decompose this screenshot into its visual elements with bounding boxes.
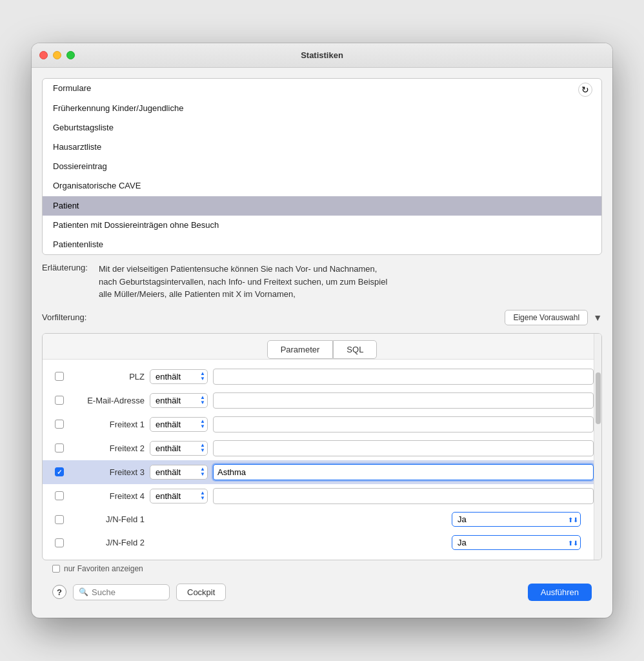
explanation-label: Erläuterung:: [42, 263, 94, 272]
filter-icon[interactable]: ▼: [593, 312, 602, 323]
checkbox-freitext4[interactable]: [55, 491, 64, 500]
full-select-wrapper-jnfeld1: Ja⬆⬇: [452, 512, 581, 527]
tab-parameter[interactable]: Parameter: [267, 340, 334, 359]
minimize-button[interactable]: [53, 51, 61, 59]
checkbox-cell-jnfeld1: [50, 515, 68, 524]
form-row-plz: PLZenthält▲▼: [43, 365, 601, 389]
checkbox-cell-freitext4: [50, 491, 68, 500]
form-content: PLZenthält▲▼E-Mail-Adresseenthält▲▼Freit…: [43, 360, 601, 560]
list-item[interactable]: Formulare: [43, 79, 601, 98]
list-item[interactable]: Patienten mit Dossiereinträgen ohne Besu…: [43, 216, 601, 235]
checkbox-cell-freitext1: [50, 420, 68, 429]
ausfuhren-button[interactable]: Ausführen: [528, 584, 592, 601]
full-select-jnfeld2[interactable]: Ja: [452, 535, 581, 550]
checkbox-email[interactable]: [55, 396, 64, 405]
form-row-jnfeld2: J/N-Feld 2Ja⬆⬇: [43, 531, 601, 554]
form-row-freitext4: Freitext 4enthält▲▼: [43, 484, 601, 508]
vorfilterung-section: Vorfilterung: Eigene Vorauswahl ▼: [42, 310, 602, 325]
checkbox-jnfeld2[interactable]: [55, 538, 64, 547]
checkbox-plz[interactable]: [55, 372, 64, 381]
operator-wrapper-plz: enthält▲▼: [150, 369, 208, 384]
operator-wrapper-email: enthält▲▼: [150, 393, 208, 408]
list-item[interactable]: Patient: [43, 196, 601, 216]
maximize-button[interactable]: [66, 51, 75, 59]
operator-wrapper-freitext1: enthält▲▼: [150, 417, 208, 432]
checkbox-cell-email: [50, 396, 68, 405]
list-item[interactable]: Hausarztliste: [43, 137, 601, 157]
cockpit-button[interactable]: Cockpit: [176, 584, 226, 601]
search-box[interactable]: 🔍: [73, 584, 170, 600]
help-button[interactable]: ?: [52, 585, 66, 599]
field-label-jnfeld2: J/N-Feld 2: [74, 538, 145, 547]
window-controls: [39, 51, 75, 59]
form-row-email: E-Mail-Adresseenthält▲▼: [43, 389, 601, 412]
field-label-freitext3: Freitext 3: [74, 467, 145, 477]
text-input-freitext3[interactable]: [213, 464, 594, 480]
explanation-section: Erläuterung: Mit der vielseitigen Patien…: [42, 263, 602, 301]
operator-select-freitext1[interactable]: enthält: [150, 417, 208, 432]
titlebar: Statistiken: [32, 43, 612, 68]
operator-wrapper-freitext3: enthält▲▼: [150, 465, 208, 480]
field-label-jnfeld1: J/N-Feld 1: [74, 514, 145, 524]
checkbox-cell-jnfeld2: [50, 538, 68, 547]
list-item[interactable]: Früherkennung Kinder/Jugendliche: [43, 99, 601, 118]
window-content: ↻ FormulareFrüherkennung Kinder/Jugendli…: [32, 68, 612, 617]
checkbox-freitext1[interactable]: [55, 420, 64, 429]
favorites-row: nur Favoriten anzeigen: [42, 560, 602, 577]
field-label-freitext1: Freitext 1: [74, 420, 145, 429]
text-input-email[interactable]: [213, 392, 594, 409]
list-item[interactable]: Patientenliste: [43, 235, 601, 254]
text-input-plz[interactable]: [213, 369, 594, 385]
form-scrollbar[interactable]: [594, 334, 601, 560]
eigene-vorauswahl-button[interactable]: Eigene Vorauswahl: [505, 310, 588, 325]
bottom-bar: ? 🔍 Cockpit Ausführen: [42, 577, 602, 607]
field-label-freitext4: Freitext 4: [74, 491, 145, 501]
field-label-plz: PLZ: [74, 372, 145, 381]
operator-wrapper-freitext4: enthält▲▼: [150, 489, 208, 503]
tab-bar: Parameter SQL: [43, 334, 601, 360]
text-input-freitext2[interactable]: [213, 440, 594, 456]
full-select-jnfeld1[interactable]: Ja: [452, 512, 581, 527]
window-title: Statistiken: [301, 50, 343, 60]
operator-wrapper-freitext2: enthält▲▼: [150, 441, 208, 456]
field-label-freitext2: Freitext 2: [74, 443, 145, 453]
form-row-freitext1: Freitext 1enthält▲▼: [43, 412, 601, 436]
operator-select-freitext4[interactable]: enthält: [150, 489, 208, 503]
tab-sql[interactable]: SQL: [333, 340, 377, 359]
operator-select-freitext2[interactable]: enthält: [150, 441, 208, 456]
tabs-and-form: Parameter SQL PLZenthält▲▼E-Mail-Adresse…: [42, 333, 602, 560]
operator-select-plz[interactable]: enthält: [150, 369, 208, 384]
list-items: FormulareFrüherkennung Kinder/Jugendlich…: [43, 79, 601, 254]
checkbox-jnfeld1[interactable]: [55, 515, 64, 524]
main-window: Statistiken ↻ FormulareFrüherkennung Kin…: [32, 43, 612, 617]
form-row-freitext3: Freitext 3enthält▲▼: [43, 460, 601, 484]
checkbox-cell-freitext3: [50, 467, 68, 476]
checkbox-cell-freitext2: [50, 443, 68, 453]
form-scrollbar-thumb: [596, 372, 601, 424]
vorfilterung-label: Vorfilterung:: [42, 312, 100, 322]
list-item[interactable]: Organisatorische CAVE: [43, 176, 601, 196]
search-input[interactable]: [92, 587, 156, 597]
text-input-freitext4[interactable]: [213, 488, 594, 504]
checkbox-freitext3[interactable]: [55, 467, 64, 476]
operator-select-freitext3[interactable]: enthält: [150, 465, 208, 480]
list-item[interactable]: Dossiereintrag: [43, 157, 601, 176]
close-button[interactable]: [39, 51, 48, 59]
favorites-checkbox[interactable]: [52, 565, 60, 573]
operator-select-email[interactable]: enthält: [150, 393, 208, 408]
list-item[interactable]: Geburtstagsliste: [43, 118, 601, 137]
explanation-text: Mit der vielseitigen Patientensuche könn…: [99, 263, 387, 301]
full-select-wrapper-jnfeld2: Ja⬆⬇: [452, 535, 581, 550]
statistics-list: ↻ FormulareFrüherkennung Kinder/Jugendli…: [42, 78, 602, 255]
favorites-label: nur Favoriten anzeigen: [64, 564, 143, 573]
checkbox-freitext2[interactable]: [55, 443, 64, 453]
text-input-freitext1[interactable]: [213, 416, 594, 432]
form-row-freitext2: Freitext 2enthält▲▼: [43, 436, 601, 460]
checkbox-cell-plz: [50, 372, 68, 381]
search-icon: 🔍: [79, 587, 88, 596]
form-row-jnfeld1: J/N-Feld 1Ja⬆⬇: [43, 508, 601, 531]
field-label-email: E-Mail-Adresse: [74, 396, 145, 405]
